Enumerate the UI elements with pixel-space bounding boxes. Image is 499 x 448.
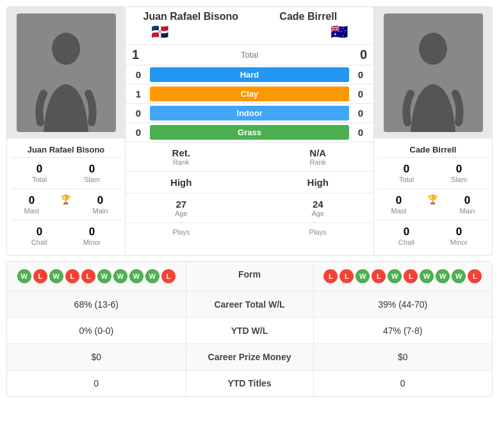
left-total-stat: 0 Total bbox=[32, 163, 47, 183]
total-label: Total bbox=[241, 50, 258, 60]
right-player-silhouette bbox=[401, 29, 465, 132]
indoor-surface-badge: Indoor bbox=[150, 106, 349, 120]
bottom-stats-section: W L W L L W W W W L Form L L W L bbox=[6, 261, 493, 397]
left-total-value: 0 bbox=[37, 163, 42, 176]
left-chall-label: Chall bbox=[31, 238, 47, 246]
right-clay-count: 0 bbox=[354, 88, 367, 99]
stat-center-1: YTD W/L bbox=[186, 318, 314, 344]
right-player-photo-area bbox=[374, 7, 492, 138]
right-player-photo bbox=[384, 13, 483, 132]
left-age-block: 27 Age bbox=[126, 194, 237, 222]
left-form-8: W bbox=[129, 269, 143, 283]
left-form-3: W bbox=[49, 269, 63, 283]
left-total-label: Total bbox=[32, 176, 47, 183]
left-player-photo-area bbox=[7, 7, 125, 138]
stat-right-2: $0 bbox=[314, 344, 493, 370]
svg-point-1 bbox=[419, 33, 447, 65]
right-slam-stat: 0 Slam bbox=[451, 163, 467, 183]
left-total-score: 1 bbox=[132, 47, 139, 62]
right-form-4: L bbox=[372, 269, 386, 283]
left-slam-value: 0 bbox=[89, 163, 95, 176]
stat-left-1: 0% (0-0) bbox=[7, 318, 186, 344]
left-slam-stat: 0 Slam bbox=[84, 163, 100, 183]
clay-surface-row: 1 Clay 0 bbox=[126, 84, 373, 103]
left-player-panel: Juan Rafael Bisono 0 Total 0 Slam 0 bbox=[7, 7, 126, 255]
left-rank-value: Ret. bbox=[128, 147, 234, 158]
right-form-10: L bbox=[468, 269, 482, 283]
left-high-value: High bbox=[128, 177, 234, 188]
left-minor-label: Minor bbox=[83, 238, 101, 246]
right-main-value: 0 bbox=[464, 194, 470, 207]
form-label: Form bbox=[186, 261, 314, 291]
right-total-score: 0 bbox=[360, 47, 367, 62]
right-grass-count: 0 bbox=[354, 127, 367, 138]
left-form-6: W bbox=[97, 269, 111, 283]
right-mast-main-row: 0 Mast 🏆 0 Main bbox=[378, 189, 488, 220]
right-high-block: High bbox=[263, 172, 374, 193]
right-chall-minor-row: 0 Chall 0 Minor bbox=[378, 220, 488, 251]
right-form-8: W bbox=[436, 269, 450, 283]
right-player-name: Cade Birrell bbox=[378, 142, 488, 157]
stat-left-2: $0 bbox=[7, 344, 186, 370]
stat-right-0: 39% (44-70) bbox=[314, 292, 493, 317]
grass-surface-row: 0 Grass 0 bbox=[126, 122, 373, 142]
right-rank-value: N/A bbox=[265, 147, 372, 158]
left-mast-stat: 0 Mast bbox=[24, 194, 40, 215]
right-rank-label: Rank bbox=[265, 158, 372, 166]
left-age-label: Age bbox=[128, 210, 234, 217]
left-age-value: 27 bbox=[128, 199, 234, 210]
left-clay-count: 1 bbox=[132, 88, 145, 99]
right-slam-value: 0 bbox=[456, 163, 462, 176]
right-age-value: 24 bbox=[265, 199, 372, 210]
stat-right-1: 47% (7-8) bbox=[314, 318, 493, 344]
plays-center-spacer bbox=[237, 223, 263, 241]
right-slam-label: Slam bbox=[451, 176, 467, 183]
left-player-info: Juan Rafael Bisono 0 Total 0 Slam 0 bbox=[7, 138, 125, 255]
left-form-7: W bbox=[113, 269, 127, 283]
high-row: High High bbox=[126, 171, 373, 193]
stat-center-2: Career Prize Money bbox=[186, 344, 314, 370]
stat-row-1: 0% (0-0) YTD W/L 47% (7-8) bbox=[7, 318, 492, 344]
left-player-silhouette bbox=[34, 29, 98, 132]
left-form-badges: W L W L L W W W W L bbox=[13, 269, 179, 283]
left-form-5: L bbox=[81, 269, 95, 283]
right-form-6: L bbox=[404, 269, 418, 283]
left-player-flag: 🇩🇴 bbox=[151, 24, 168, 40]
age-row: 27 Age 24 Age bbox=[126, 193, 373, 222]
plays-row: Plays Plays bbox=[126, 222, 373, 241]
left-mast-value: 0 bbox=[29, 194, 35, 207]
right-minor-stat: 0 Minor bbox=[450, 226, 468, 246]
left-form-9: W bbox=[145, 269, 160, 283]
left-main-label: Main bbox=[93, 207, 108, 215]
left-hard-count: 0 bbox=[132, 69, 145, 80]
left-player-photo bbox=[17, 13, 116, 132]
left-plays-label: Plays bbox=[128, 228, 234, 236]
left-form-1: W bbox=[17, 269, 31, 283]
right-total-stat: 0 Total bbox=[399, 163, 414, 183]
rank-center-spacer bbox=[237, 142, 263, 171]
right-total-label: Total bbox=[399, 176, 414, 183]
right-main-stat: 0 Main bbox=[460, 194, 475, 215]
left-main-value: 0 bbox=[97, 194, 103, 207]
right-form-badges: L L W L W L W W W L bbox=[320, 269, 486, 283]
right-mast-stat: 0 Mast bbox=[391, 194, 407, 215]
right-hard-count: 0 bbox=[354, 69, 367, 80]
stat-row-2: $0 Career Prize Money $0 bbox=[7, 344, 492, 370]
right-age-block: 24 Age bbox=[263, 194, 374, 222]
hard-surface-badge: Hard bbox=[150, 67, 349, 82]
right-player-info: Cade Birrell 0 Total 0 Slam 0 bbox=[374, 138, 492, 255]
left-indoor-count: 0 bbox=[132, 108, 145, 119]
right-form-3: W bbox=[356, 269, 370, 283]
left-high-block: High bbox=[126, 172, 237, 193]
high-center-spacer bbox=[237, 172, 263, 193]
left-slam-label: Slam bbox=[84, 176, 100, 183]
age-center-spacer bbox=[237, 194, 263, 222]
left-form-4: L bbox=[65, 269, 79, 283]
left-trophy-icon: 🏆 bbox=[60, 194, 71, 215]
stat-center-0: Career Total W/L bbox=[186, 292, 314, 317]
indoor-surface-row: 0 Indoor 0 bbox=[126, 103, 373, 122]
left-plays-block: Plays bbox=[126, 223, 237, 241]
right-form-5: W bbox=[388, 269, 402, 283]
left-form-2: L bbox=[33, 269, 47, 283]
svg-point-0 bbox=[52, 33, 80, 65]
